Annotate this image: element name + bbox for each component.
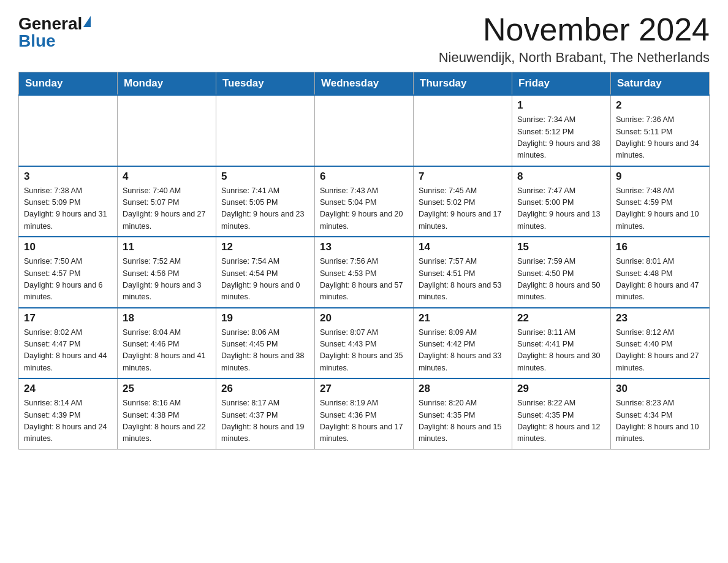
- calendar-cell: 8Sunrise: 7:47 AM Sunset: 5:00 PM Daylig…: [512, 166, 611, 237]
- calendar-cell: 21Sunrise: 8:09 AM Sunset: 4:42 PM Dayli…: [414, 308, 512, 379]
- calendar-cell: 20Sunrise: 8:07 AM Sunset: 4:43 PM Dayli…: [315, 308, 414, 379]
- day-detail: Sunrise: 7:38 AM Sunset: 5:09 PM Dayligh…: [24, 185, 112, 233]
- calendar-week-row: 10Sunrise: 7:50 AM Sunset: 4:57 PM Dayli…: [19, 237, 710, 308]
- day-number: 6: [320, 170, 408, 183]
- day-number: 24: [24, 383, 112, 395]
- calendar-cell: [216, 95, 315, 166]
- calendar-week-row: 3Sunrise: 7:38 AM Sunset: 5:09 PM Daylig…: [19, 166, 710, 237]
- day-number: 22: [517, 312, 605, 324]
- day-number: 13: [320, 241, 408, 253]
- day-detail: Sunrise: 8:19 AM Sunset: 4:36 PM Dayligh…: [320, 397, 408, 445]
- day-number: 9: [616, 170, 704, 183]
- calendar-cell: [118, 95, 216, 166]
- logo-blue-text: Blue: [18, 33, 56, 50]
- day-number: 4: [123, 170, 211, 183]
- day-detail: Sunrise: 7:57 AM Sunset: 4:51 PM Dayligh…: [419, 256, 507, 304]
- calendar-cell: 15Sunrise: 7:59 AM Sunset: 4:50 PM Dayli…: [512, 237, 611, 308]
- day-number: 28: [419, 383, 507, 395]
- day-detail: Sunrise: 8:04 AM Sunset: 4:46 PM Dayligh…: [123, 327, 211, 375]
- calendar-table: Sunday Monday Tuesday Wednesday Thursday…: [18, 72, 710, 450]
- day-detail: Sunrise: 7:50 AM Sunset: 4:57 PM Dayligh…: [24, 256, 112, 304]
- calendar-cell: 11Sunrise: 7:52 AM Sunset: 4:56 PM Dayli…: [118, 237, 216, 308]
- calendar-cell: 19Sunrise: 8:06 AM Sunset: 4:45 PM Dayli…: [216, 308, 315, 379]
- calendar-cell: 30Sunrise: 8:23 AM Sunset: 4:34 PM Dayli…: [611, 378, 710, 449]
- calendar-cell: [19, 95, 118, 166]
- calendar-cell: 6Sunrise: 7:43 AM Sunset: 5:04 PM Daylig…: [315, 166, 414, 237]
- calendar-cell: 13Sunrise: 7:56 AM Sunset: 4:53 PM Dayli…: [315, 237, 414, 308]
- day-detail: Sunrise: 7:59 AM Sunset: 4:50 PM Dayligh…: [517, 256, 605, 304]
- day-number: 23: [616, 312, 704, 324]
- day-detail: Sunrise: 8:02 AM Sunset: 4:47 PM Dayligh…: [24, 327, 112, 375]
- header-monday: Monday: [118, 72, 216, 96]
- calendar-cell: 12Sunrise: 7:54 AM Sunset: 4:54 PM Dayli…: [216, 237, 315, 308]
- logo-general-text: General: [18, 15, 82, 33]
- day-detail: Sunrise: 8:14 AM Sunset: 4:39 PM Dayligh…: [24, 397, 112, 445]
- calendar-cell: 3Sunrise: 7:38 AM Sunset: 5:09 PM Daylig…: [19, 166, 118, 237]
- calendar-cell: 10Sunrise: 7:50 AM Sunset: 4:57 PM Dayli…: [19, 237, 118, 308]
- day-number: 25: [123, 383, 211, 395]
- day-number: 20: [320, 312, 408, 324]
- header-thursday: Thursday: [414, 72, 512, 96]
- day-detail: Sunrise: 7:36 AM Sunset: 5:11 PM Dayligh…: [616, 114, 704, 162]
- day-number: 3: [24, 170, 112, 183]
- day-number: 1: [517, 99, 605, 112]
- day-number: 14: [419, 241, 507, 253]
- day-number: 11: [123, 241, 211, 253]
- calendar-cell: 9Sunrise: 7:48 AM Sunset: 4:59 PM Daylig…: [611, 166, 710, 237]
- day-number: 19: [221, 312, 309, 324]
- day-number: 27: [320, 383, 408, 395]
- day-detail: Sunrise: 8:22 AM Sunset: 4:35 PM Dayligh…: [517, 397, 605, 445]
- header-friday: Friday: [512, 72, 611, 96]
- day-detail: Sunrise: 7:43 AM Sunset: 5:04 PM Dayligh…: [320, 185, 408, 233]
- day-number: 17: [24, 312, 112, 324]
- logo-triangle-icon: [83, 16, 91, 27]
- calendar-cell: 4Sunrise: 7:40 AM Sunset: 5:07 PM Daylig…: [118, 166, 216, 237]
- calendar-header-row: Sunday Monday Tuesday Wednesday Thursday…: [19, 72, 710, 96]
- calendar-cell: 23Sunrise: 8:12 AM Sunset: 4:40 PM Dayli…: [611, 308, 710, 379]
- day-detail: Sunrise: 8:12 AM Sunset: 4:40 PM Dayligh…: [616, 327, 704, 375]
- calendar-cell: 5Sunrise: 7:41 AM Sunset: 5:05 PM Daylig…: [216, 166, 315, 237]
- day-detail: Sunrise: 7:40 AM Sunset: 5:07 PM Dayligh…: [123, 185, 211, 233]
- location-subtitle: Nieuwendijk, North Brabant, The Netherla…: [439, 50, 710, 66]
- page-header: General Blue November 2024 Nieuwendijk, …: [18, 12, 710, 66]
- calendar-cell: 16Sunrise: 8:01 AM Sunset: 4:48 PM Dayli…: [611, 237, 710, 308]
- calendar-cell: 28Sunrise: 8:20 AM Sunset: 4:35 PM Dayli…: [414, 378, 512, 449]
- calendar-cell: 7Sunrise: 7:45 AM Sunset: 5:02 PM Daylig…: [414, 166, 512, 237]
- day-detail: Sunrise: 8:20 AM Sunset: 4:35 PM Dayligh…: [419, 397, 507, 445]
- day-detail: Sunrise: 8:06 AM Sunset: 4:45 PM Dayligh…: [221, 327, 309, 375]
- calendar-cell: [315, 95, 414, 166]
- calendar-cell: 1Sunrise: 7:34 AM Sunset: 5:12 PM Daylig…: [512, 95, 611, 166]
- day-detail: Sunrise: 7:56 AM Sunset: 4:53 PM Dayligh…: [320, 256, 408, 304]
- header-sunday: Sunday: [19, 72, 118, 96]
- calendar-cell: 27Sunrise: 8:19 AM Sunset: 4:36 PM Dayli…: [315, 378, 414, 449]
- day-detail: Sunrise: 7:47 AM Sunset: 5:00 PM Dayligh…: [517, 185, 605, 233]
- day-detail: Sunrise: 7:41 AM Sunset: 5:05 PM Dayligh…: [221, 185, 309, 233]
- day-detail: Sunrise: 8:11 AM Sunset: 4:41 PM Dayligh…: [517, 327, 605, 375]
- calendar-cell: 22Sunrise: 8:11 AM Sunset: 4:41 PM Dayli…: [512, 308, 611, 379]
- header-wednesday: Wednesday: [315, 72, 414, 96]
- title-area: November 2024 Nieuwendijk, North Brabant…: [439, 12, 710, 66]
- calendar-cell: 14Sunrise: 7:57 AM Sunset: 4:51 PM Dayli…: [414, 237, 512, 308]
- day-detail: Sunrise: 8:01 AM Sunset: 4:48 PM Dayligh…: [616, 256, 704, 304]
- day-number: 12: [221, 241, 309, 253]
- day-detail: Sunrise: 8:07 AM Sunset: 4:43 PM Dayligh…: [320, 327, 408, 375]
- day-detail: Sunrise: 7:54 AM Sunset: 4:54 PM Dayligh…: [221, 256, 309, 304]
- day-number: 7: [419, 170, 507, 183]
- day-number: 26: [221, 383, 309, 395]
- calendar-cell: 26Sunrise: 8:17 AM Sunset: 4:37 PM Dayli…: [216, 378, 315, 449]
- day-number: 15: [517, 241, 605, 253]
- day-number: 18: [123, 312, 211, 324]
- day-detail: Sunrise: 8:09 AM Sunset: 4:42 PM Dayligh…: [419, 327, 507, 375]
- calendar-week-row: 1Sunrise: 7:34 AM Sunset: 5:12 PM Daylig…: [19, 95, 710, 166]
- calendar-week-row: 17Sunrise: 8:02 AM Sunset: 4:47 PM Dayli…: [19, 308, 710, 379]
- day-detail: Sunrise: 7:48 AM Sunset: 4:59 PM Dayligh…: [616, 185, 704, 233]
- day-number: 5: [221, 170, 309, 183]
- header-saturday: Saturday: [611, 72, 710, 96]
- calendar-cell: 29Sunrise: 8:22 AM Sunset: 4:35 PM Dayli…: [512, 378, 611, 449]
- calendar-week-row: 24Sunrise: 8:14 AM Sunset: 4:39 PM Dayli…: [19, 378, 710, 449]
- logo: General Blue: [18, 12, 91, 50]
- calendar-cell: 24Sunrise: 8:14 AM Sunset: 4:39 PM Dayli…: [19, 378, 118, 449]
- calendar-cell: 2Sunrise: 7:36 AM Sunset: 5:11 PM Daylig…: [611, 95, 710, 166]
- header-tuesday: Tuesday: [216, 72, 315, 96]
- day-number: 29: [517, 383, 605, 395]
